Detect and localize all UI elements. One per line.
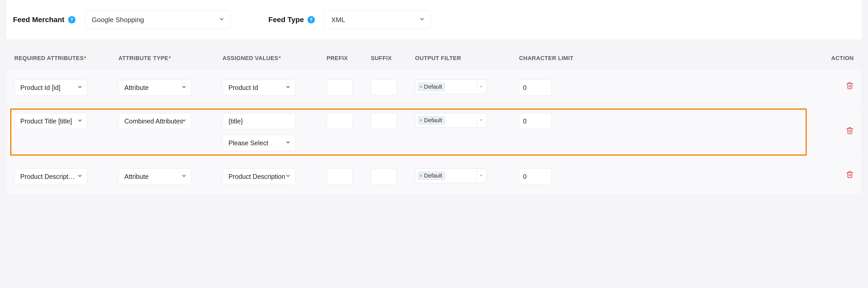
suffix-input[interactable] xyxy=(371,113,397,129)
feed-merchant-value: Google Shopping xyxy=(92,16,144,24)
chevron-down-icon xyxy=(181,84,187,92)
output-filter-select[interactable]: ×Default xyxy=(415,169,487,183)
assigned-value-input[interactable] xyxy=(222,113,295,129)
attributes-table: REQUIRED ATTRIBUTES* ATTRIBUTE TYPE* ASS… xyxy=(6,47,862,195)
suffix-input[interactable] xyxy=(371,169,397,185)
char-limit-input[interactable] xyxy=(519,113,552,129)
filter-tag[interactable]: ×Default xyxy=(418,116,445,124)
chevron-down-icon xyxy=(285,84,291,92)
filter-tag[interactable]: ×Default xyxy=(418,172,445,180)
trash-icon[interactable] xyxy=(846,127,854,136)
th-attr-type: ATTRIBUTE TYPE* xyxy=(118,55,222,62)
trash-icon[interactable] xyxy=(846,82,854,91)
chevron-down-icon xyxy=(477,81,485,93)
chevron-down-icon xyxy=(77,117,83,125)
feed-type-select[interactable]: XML xyxy=(324,10,431,29)
feed-type-value: XML xyxy=(331,16,345,24)
th-assigned: ASSIGNED VALUES* xyxy=(222,55,327,62)
th-prefix: PREFIX xyxy=(327,55,371,62)
attr-type-select[interactable]: Attribute xyxy=(118,169,191,185)
th-action: ACTION xyxy=(608,55,854,62)
chevron-down-icon xyxy=(219,16,224,24)
required-attr-select[interactable]: Product Title [title] xyxy=(14,113,87,129)
prefix-input[interactable] xyxy=(327,169,352,185)
chevron-down-icon xyxy=(477,170,485,182)
chevron-down-icon xyxy=(285,173,291,180)
attr-type-select[interactable]: Combined Attributes xyxy=(118,113,191,129)
required-attr-select[interactable]: Product Description [description] xyxy=(14,169,87,185)
table-row: Product Title [title] Combined Attribute… xyxy=(6,106,862,158)
assigned-value-select[interactable]: Product Id xyxy=(222,79,295,96)
help-icon[interactable]: ? xyxy=(68,16,75,24)
chevron-down-icon xyxy=(77,84,83,92)
chevron-down-icon xyxy=(77,173,83,180)
attr-type-select[interactable]: Attribute xyxy=(118,79,191,96)
char-limit-input[interactable] xyxy=(519,169,552,185)
suffix-input[interactable] xyxy=(371,79,397,96)
table-row: Product Description [description] Attrib… xyxy=(6,158,862,195)
help-icon[interactable]: ? xyxy=(308,16,315,24)
tag-remove-icon[interactable]: × xyxy=(420,118,423,123)
table-header-row: REQUIRED ATTRIBUTES* ATTRIBUTE TYPE* ASS… xyxy=(6,47,862,69)
feed-merchant-label: Feed Merchant xyxy=(13,15,65,24)
th-output-filter: OUTPUT FILTER xyxy=(415,55,519,62)
th-suffix: SUFFIX xyxy=(371,55,415,62)
th-required: REQUIRED ATTRIBUTES* xyxy=(14,55,118,62)
chevron-down-icon xyxy=(477,114,485,126)
assigned-value-select[interactable]: Product Description xyxy=(222,169,295,185)
prefix-input[interactable] xyxy=(327,79,352,96)
chevron-down-icon xyxy=(181,117,187,125)
table-row: Product Id [id] Attribute Product Id ×De… xyxy=(6,69,862,106)
chevron-down-icon xyxy=(181,173,187,180)
tag-remove-icon[interactable]: × xyxy=(420,84,423,90)
feed-type-label: Feed Type xyxy=(269,15,304,24)
assigned-extra-select[interactable]: Please Select xyxy=(222,135,295,151)
tag-remove-icon[interactable]: × xyxy=(420,173,423,179)
char-limit-input[interactable] xyxy=(519,79,552,96)
feed-config-card: Feed Merchant ? Google Shopping Feed Typ… xyxy=(6,0,862,39)
filter-tag[interactable]: ×Default xyxy=(418,83,445,91)
trash-icon[interactable] xyxy=(846,171,854,179)
chevron-down-icon xyxy=(285,139,291,147)
output-filter-select[interactable]: ×Default xyxy=(415,113,487,128)
chevron-down-icon xyxy=(419,16,425,24)
output-filter-select[interactable]: ×Default xyxy=(415,79,487,94)
required-attr-select[interactable]: Product Id [id] xyxy=(14,79,87,96)
th-char-limit: CHARACTER LIMIT xyxy=(519,55,608,62)
prefix-input[interactable] xyxy=(327,113,352,129)
feed-merchant-select[interactable]: Google Shopping xyxy=(85,10,230,29)
